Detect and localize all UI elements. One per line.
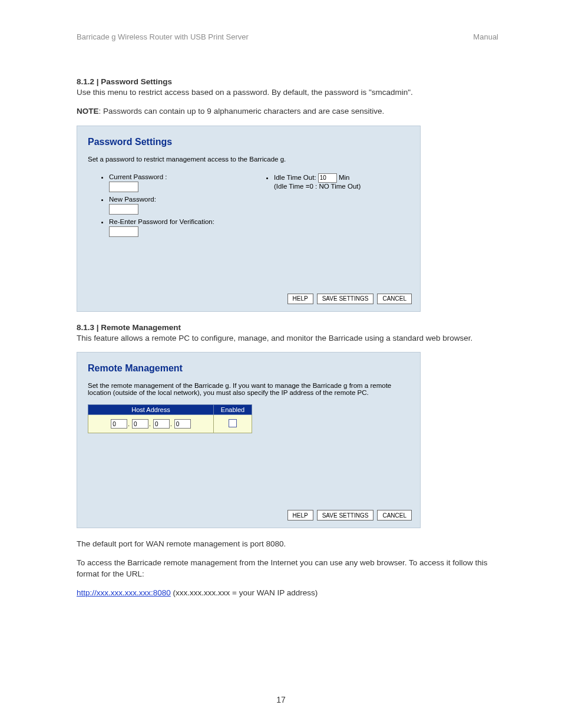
password-settings-panel: Password Settings Set a password to rest… bbox=[77, 126, 421, 312]
idle-timeout-note: (Idle Time =0 : NO Time Out) bbox=[274, 183, 361, 190]
panel2-title: Remote Management bbox=[88, 363, 412, 374]
doc-type: Manual bbox=[473, 32, 498, 41]
access-instructions-text: To access the Barricade remote managemen… bbox=[77, 558, 498, 579]
reenter-password-input[interactable] bbox=[109, 226, 138, 237]
idle-timeout-label-post: Min bbox=[339, 174, 350, 181]
page-number: 17 bbox=[0, 695, 562, 704]
product-name: Barricade g Wireless Router with USB Pri… bbox=[77, 32, 249, 41]
note-body: : Passwords can contain up to 9 alphanum… bbox=[99, 107, 385, 116]
host-octet-4[interactable] bbox=[174, 419, 191, 429]
host-octet-1[interactable] bbox=[111, 419, 127, 429]
reenter-password-label: Re-Enter Password for Verification: bbox=[109, 218, 214, 225]
th-host-address: Host Address bbox=[88, 405, 214, 415]
current-password-label: Current Password : bbox=[109, 173, 167, 180]
section-812-block: 8.1.2 | Password Settings Use this menu … bbox=[77, 77, 498, 98]
panel2-desc: Set the remote management of the Barrica… bbox=[88, 382, 412, 396]
default-port-text: The default port for WAN remote manageme… bbox=[77, 539, 498, 549]
cancel-button[interactable]: CANCEL bbox=[377, 294, 412, 304]
running-header: Barricade g Wireless Router with USB Pri… bbox=[77, 32, 498, 41]
idle-timeout-label-pre: Idle Time Out: bbox=[274, 174, 318, 181]
section-812-intro: Use this menu to restrict access based o… bbox=[77, 88, 413, 97]
save-settings-button[interactable]: SAVE SETTINGS bbox=[317, 510, 374, 521]
help-button[interactable]: HELP bbox=[287, 510, 313, 521]
help-button[interactable]: HELP bbox=[287, 294, 313, 304]
section-812-heading: 8.1.2 | Password Settings bbox=[77, 77, 172, 86]
host-octet-3[interactable] bbox=[153, 419, 170, 429]
note-label: NOTE bbox=[77, 107, 99, 116]
section-813-block: 8.1.3 | Remote Management This feature a… bbox=[77, 322, 498, 344]
table-row: . . . bbox=[88, 415, 252, 433]
panel1-title: Password Settings bbox=[88, 137, 412, 147]
cancel-button[interactable]: CANCEL bbox=[377, 510, 412, 521]
enabled-checkbox[interactable] bbox=[229, 419, 237, 427]
panel1-desc: Set a password to restrict management ac… bbox=[88, 156, 412, 163]
idle-timeout-input[interactable] bbox=[318, 173, 337, 183]
save-settings-button[interactable]: SAVE SETTINGS bbox=[317, 294, 374, 304]
remote-management-panel: Remote Management Set the remote managem… bbox=[77, 352, 421, 528]
host-octet-2[interactable] bbox=[132, 419, 148, 429]
current-password-input[interactable] bbox=[109, 182, 138, 192]
example-url-link[interactable]: http://xxx.xxx.xxx.xxx:8080 bbox=[77, 588, 171, 597]
section-813-heading: 8.1.3 | Remote Management bbox=[77, 323, 181, 332]
section-813-intro: This feature allows a remote PC to confi… bbox=[77, 334, 472, 342]
example-url-explain: (xxx.xxx.xxx.xxx = your WAN IP address) bbox=[171, 588, 318, 597]
new-password-label: New Password: bbox=[109, 196, 156, 203]
note-block: NOTE: Passwords can contain up to 9 alph… bbox=[77, 106, 498, 117]
th-enabled: Enabled bbox=[214, 405, 252, 415]
new-password-input[interactable] bbox=[109, 204, 138, 215]
remote-management-table: Host Address Enabled . . . bbox=[88, 404, 252, 433]
